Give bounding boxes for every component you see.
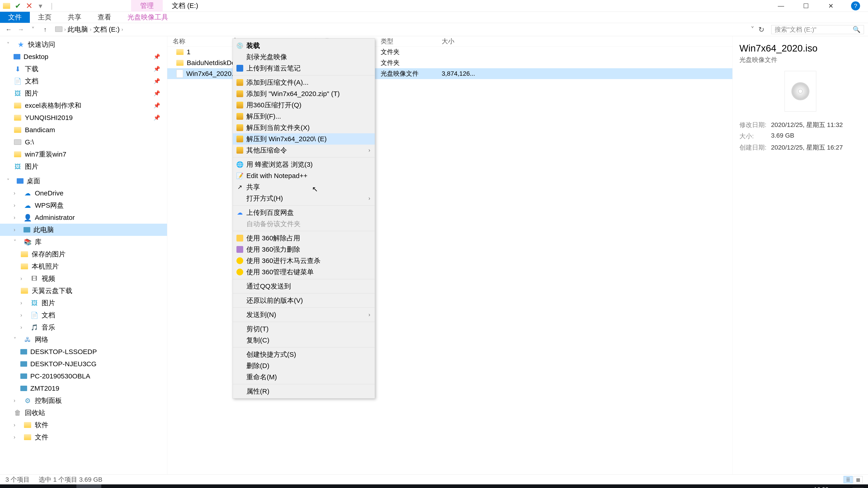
- ribbon-view-tab[interactable]: 查看: [90, 12, 119, 23]
- tree-yunqishi[interactable]: YUNQISHI2019📌: [0, 111, 167, 124]
- dropdown-icon[interactable]: ▾: [36, 1, 45, 11]
- tree-this-pc[interactable]: ›此电脑: [0, 224, 167, 236]
- tree-onedrive[interactable]: ›☁OneDrive: [0, 187, 167, 199]
- tree-library[interactable]: ˅📚库: [0, 236, 167, 248]
- file-list-panel[interactable]: 名称▴ 修改日期 类型 大小 1 2020/12/15, 星期二 1... 文件…: [167, 36, 733, 475]
- view-details-button[interactable]: ☰: [844, 476, 852, 483]
- tree-net2[interactable]: DESKTOP-NJEU3CG: [0, 358, 167, 370]
- nav-up-button[interactable]: ↑: [41, 25, 50, 34]
- search-input[interactable]: 搜索"文档 (E:)" 🔍: [771, 25, 864, 34]
- tree-desktop-cn[interactable]: ˅桌面: [0, 175, 167, 187]
- tree-desktop[interactable]: Desktop📌: [0, 51, 167, 63]
- ctx-burn[interactable]: 刻录光盘映像: [233, 51, 375, 63]
- close-red-icon[interactable]: ✕: [24, 1, 34, 11]
- tree-net4[interactable]: ZMT2019: [0, 382, 167, 394]
- tree-network[interactable]: ˅🖧网络: [0, 333, 167, 346]
- tree-tianyi[interactable]: 天翼云盘下载: [0, 285, 167, 297]
- ribbon-file-tab[interactable]: 文件: [0, 12, 30, 23]
- refresh-button[interactable]: ↻: [758, 25, 765, 34]
- tree-pictures[interactable]: 🖼图片📌: [0, 87, 167, 99]
- ctx-extract-here[interactable]: 解压到当前文件夹(X): [233, 122, 375, 133]
- ctx-qq-send[interactable]: 通过QQ发送到: [233, 281, 375, 292]
- tree-documents2[interactable]: ›📄文档: [0, 309, 167, 321]
- tree-quick-access[interactable]: ˅★快速访问: [0, 38, 167, 51]
- col-header-type[interactable]: 类型: [375, 37, 436, 46]
- ctx-restore[interactable]: 还原以前的版本(V): [233, 295, 375, 306]
- ctx-send-to[interactable]: 发送到(N)›: [233, 309, 375, 320]
- ctx-other-zip[interactable]: 其他压缩命令›: [233, 144, 375, 156]
- ctx-cut[interactable]: 剪切(T): [233, 323, 375, 335]
- explorer-task-button[interactable]: [76, 484, 101, 488]
- ctx-notepad[interactable]: 📝Edit with Notepad++: [233, 170, 375, 182]
- tree-pictures2[interactable]: 🖼图片: [0, 160, 167, 173]
- tree-net3[interactable]: PC-20190530OBLA: [0, 370, 167, 382]
- task-view-button[interactable]: ⧉: [52, 484, 76, 488]
- ctx-extract-folder[interactable]: 解压到 Win7x64_2020\ (E): [233, 133, 375, 144]
- tree-net1[interactable]: DESKTOP-LSSOEDP: [0, 346, 167, 358]
- search-icon[interactable]: 🔍: [852, 26, 861, 33]
- col-header-size[interactable]: 大小: [436, 37, 484, 46]
- sidebar[interactable]: ˅★快速访问 Desktop📌 ⬇下载📌 📄文档📌 🖼图片📌 excel表格制作…: [0, 36, 167, 475]
- tree-files[interactable]: ›文件: [0, 431, 167, 443]
- ctx-force-del-360[interactable]: 使用 360强力删除: [233, 244, 375, 255]
- ctx-manage-360[interactable]: 使用 360管理右键菜单: [233, 266, 375, 278]
- ctx-bee-browser[interactable]: 🌐用 蜂蜜浏览器 浏览(3): [233, 159, 375, 170]
- ctx-properties[interactable]: 属性(R): [233, 386, 375, 397]
- start-button[interactable]: [2, 484, 27, 488]
- tree-downloads[interactable]: ⬇下载📌: [0, 63, 167, 75]
- chevron-right-icon[interactable]: ›: [90, 27, 91, 33]
- tree-software[interactable]: ›软件: [0, 419, 167, 431]
- ctx-delete[interactable]: 删除(D): [233, 360, 375, 371]
- ctx-copy[interactable]: 复制(C): [233, 335, 375, 346]
- ribbon-disctools-tab[interactable]: 光盘映像工具: [119, 12, 176, 23]
- ctx-unlock-360[interactable]: 使用 360解除占用: [233, 232, 375, 244]
- ribbon-home-tab[interactable]: 主页: [30, 12, 60, 23]
- minimize-button[interactable]: —: [769, 0, 794, 12]
- tree-win7re[interactable]: win7重装win7: [0, 148, 167, 160]
- tree-wps[interactable]: ›☁WPS网盘: [0, 199, 167, 212]
- ctx-open-360zip[interactable]: 用360压缩打开(Q): [233, 99, 375, 111]
- tree-music[interactable]: ›🎵音乐: [0, 321, 167, 333]
- ctx-scan-360[interactable]: 使用 360进行木马云查杀: [233, 255, 375, 266]
- tree-documents[interactable]: 📄文档📌: [0, 75, 167, 87]
- check-icon[interactable]: ✔: [13, 1, 23, 11]
- ctx-baidu[interactable]: ☁上传到百度网盘: [233, 207, 375, 218]
- addr-dropdown-button[interactable]: ˅: [751, 25, 754, 34]
- ctx-extract-to[interactable]: 解压到(F)...: [233, 111, 375, 122]
- ctx-mount[interactable]: 💿装载: [233, 40, 375, 51]
- ctx-add-zip[interactable]: 添加到 "Win7x64_2020.zip" (T): [233, 88, 375, 99]
- tree-control-panel[interactable]: ›⚙控制面板: [0, 394, 167, 407]
- ctx-shortcut[interactable]: 创建快捷方式(S): [233, 349, 375, 360]
- tree-videos[interactable]: ›🎞视频: [0, 272, 167, 285]
- nav-forward-button[interactable]: →: [16, 25, 25, 34]
- crumb-this-pc[interactable]: 此电脑: [68, 25, 88, 34]
- tree-local-photos[interactable]: 本机照片: [0, 260, 167, 272]
- tree-saved-pics[interactable]: 保存的图片: [0, 248, 167, 260]
- ctx-rename[interactable]: 重命名(M): [233, 371, 375, 383]
- tree-recycle[interactable]: 🗑回收站: [0, 407, 167, 419]
- ctx-share[interactable]: ↗共享: [233, 182, 375, 193]
- breadcrumb[interactable]: › 此电脑 › 文档 (E:) ›: [53, 25, 747, 34]
- view-icons-button[interactable]: ▦: [854, 476, 863, 483]
- ribbon-share-tab[interactable]: 共享: [60, 12, 90, 23]
- search-button[interactable]: ⌕: [27, 484, 52, 488]
- tree-excel[interactable]: excel表格制作求和📌: [0, 99, 167, 111]
- nav-recent-button[interactable]: ˅: [29, 25, 37, 34]
- help-button[interactable]: ?: [843, 0, 868, 12]
- ctx-add-archive[interactable]: 添加到压缩文件(A)...: [233, 77, 375, 88]
- manage-context-tab[interactable]: 管理: [131, 0, 163, 12]
- tree-gdrive[interactable]: G:\: [0, 136, 167, 148]
- taskbar-clock[interactable]: 16:32 2020/12/25, 星期五: [796, 486, 846, 488]
- ctx-youdao[interactable]: 上传到有道云笔记: [233, 63, 375, 74]
- chevron-right-icon[interactable]: ›: [64, 27, 66, 33]
- crumb-drive[interactable]: 文档 (E:): [93, 25, 120, 34]
- nav-back-button[interactable]: ←: [4, 25, 13, 34]
- tree-bandicam[interactable]: Bandicam: [0, 124, 167, 136]
- maximize-button[interactable]: ☐: [794, 0, 818, 12]
- close-button[interactable]: ✕: [818, 0, 843, 12]
- ctx-open-with[interactable]: 打开方式(H)›: [233, 193, 375, 204]
- taskbar[interactable]: ⌕ ⧉ ^ 🔊 中 🌐 ⚡ 16:32 2020/12/25, 星期五 💬3: [0, 484, 868, 488]
- chevron-right-icon[interactable]: ›: [121, 27, 123, 33]
- tree-admin[interactable]: ›👤Administrator: [0, 212, 167, 224]
- tree-pictures3[interactable]: ›🖼图片: [0, 297, 167, 309]
